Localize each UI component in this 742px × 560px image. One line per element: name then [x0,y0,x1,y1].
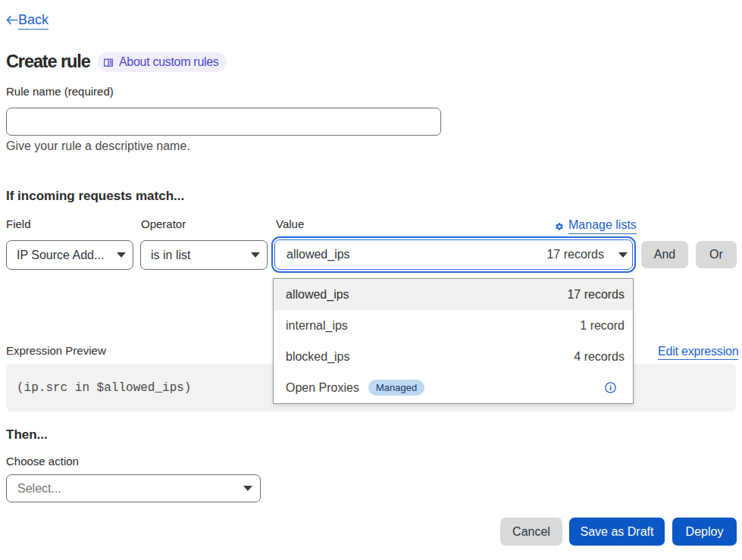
svg-text:i: i [609,383,612,392]
